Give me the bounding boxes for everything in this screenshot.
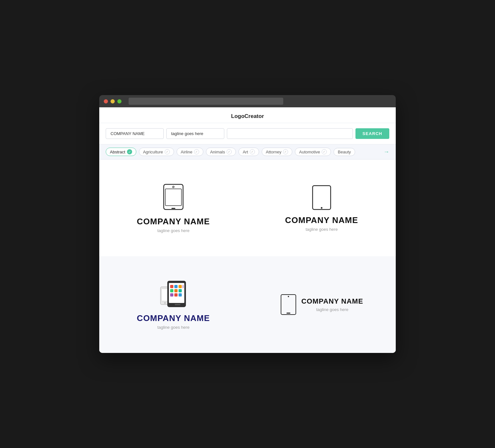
- logo-1-company: COMPANY NAME: [137, 217, 210, 227]
- logo-2-tagline: tagline goes here: [306, 227, 338, 232]
- svg-rect-21: [175, 304, 180, 305]
- filter-label-animals: Animals: [210, 150, 225, 154]
- svg-rect-13: [179, 285, 182, 288]
- logo-2-company: COMPANY NAME: [285, 215, 358, 225]
- svg-rect-4: [313, 186, 331, 209]
- filter-label-agriculture: Agriculture: [143, 150, 163, 154]
- filter-bar: Abstract ✓ Agriculture ✓ Airline ✓ Anima…: [99, 144, 396, 160]
- logo-card-4[interactable]: COMPANY NAME tagline goes here: [248, 256, 396, 353]
- logo-4-tagline: tagline goes here: [301, 307, 363, 312]
- svg-rect-19: [174, 293, 178, 297]
- check-icon-attorney: ✓: [283, 149, 288, 154]
- filter-chip-attorney[interactable]: Attorney ✓: [262, 148, 292, 156]
- svg-rect-15: [170, 289, 173, 292]
- filter-chip-beauty[interactable]: Beauty: [334, 148, 355, 156]
- logo-3-tagline: tagline goes here: [157, 325, 189, 330]
- search-button[interactable]: SEARCH: [355, 128, 389, 139]
- svg-point-5: [321, 207, 323, 209]
- filter-chip-automotive[interactable]: Automotive ✓: [295, 148, 331, 156]
- check-icon-agriculture: ✓: [165, 149, 170, 154]
- logo-card-2[interactable]: COMPANY NAME tagline goes here: [248, 160, 396, 256]
- filter-label-abstract: Abstract: [110, 150, 125, 154]
- logo-4-inline-row: COMPANY NAME tagline goes here: [280, 294, 363, 316]
- tablet-phone-color-icon: [157, 280, 189, 309]
- filter-label-attorney: Attorney: [266, 150, 281, 154]
- logo-1-tagline: tagline goes here: [157, 228, 189, 233]
- logo-card-1[interactable]: COMPANY NAME tagline goes here: [99, 160, 248, 256]
- app-header: LogoCreator: [99, 107, 396, 123]
- svg-rect-3: [171, 208, 175, 209]
- filter-label-art: Art: [243, 150, 248, 154]
- tablet-camera-icon: [160, 183, 186, 212]
- svg-rect-11: [170, 285, 173, 288]
- svg-rect-17: [179, 289, 182, 292]
- logo-4-company: COMPANY NAME: [301, 297, 363, 306]
- filter-chip-animals[interactable]: Animals ✓: [206, 148, 236, 156]
- svg-point-23: [288, 296, 289, 297]
- svg-rect-2: [165, 189, 181, 206]
- tablet-small-icon: [280, 294, 297, 316]
- filter-label-airline: Airline: [181, 150, 192, 154]
- logo-card-3[interactable]: COMPANY NAME tagline goes here: [99, 256, 248, 353]
- maximize-button[interactable]: [117, 99, 121, 103]
- svg-rect-14: [183, 285, 183, 288]
- filter-next-button[interactable]: →: [383, 149, 389, 155]
- filter-chip-abstract[interactable]: Abstract ✓: [106, 148, 136, 156]
- svg-rect-24: [286, 313, 290, 314]
- svg-rect-18: [170, 293, 173, 297]
- company-name-input[interactable]: [106, 128, 164, 139]
- logo-4-text-block: COMPANY NAME tagline goes here: [301, 297, 363, 312]
- svg-point-1: [173, 186, 174, 188]
- app-title: LogoCreator: [231, 113, 264, 119]
- filter-label-automotive: Automotive: [299, 150, 320, 154]
- app-content: LogoCreator SEARCH Abstract ✓ Agricultur…: [99, 107, 396, 353]
- logo-3-company: COMPANY NAME: [137, 313, 210, 323]
- extra-input[interactable]: [227, 128, 353, 139]
- tablet-simple-icon: [311, 184, 332, 211]
- check-icon-airline: ✓: [194, 149, 199, 154]
- filter-chip-airline[interactable]: Airline ✓: [177, 148, 203, 156]
- search-bar: SEARCH: [99, 123, 396, 144]
- check-icon-animals: ✓: [227, 149, 232, 154]
- check-icon-abstract: ✓: [127, 149, 132, 154]
- svg-rect-22: [281, 295, 296, 315]
- check-icon-automotive: ✓: [322, 149, 327, 154]
- svg-rect-12: [174, 285, 178, 288]
- browser-titlebar: [99, 95, 396, 107]
- filter-chip-art[interactable]: Art ✓: [238, 148, 259, 156]
- logo-grid: COMPANY NAME tagline goes here COMPANY N…: [99, 160, 396, 353]
- svg-point-8: [164, 302, 166, 304]
- address-bar[interactable]: [129, 98, 283, 105]
- svg-rect-16: [174, 289, 178, 292]
- svg-rect-20: [179, 293, 182, 297]
- tagline-input[interactable]: [166, 128, 224, 139]
- check-icon-art: ✓: [250, 149, 255, 154]
- browser-window: LogoCreator SEARCH Abstract ✓ Agricultur…: [99, 95, 396, 353]
- minimize-button[interactable]: [111, 99, 115, 103]
- close-button[interactable]: [104, 99, 108, 103]
- filter-chip-agriculture[interactable]: Agriculture ✓: [139, 148, 174, 156]
- filter-label-beauty: Beauty: [338, 150, 351, 154]
